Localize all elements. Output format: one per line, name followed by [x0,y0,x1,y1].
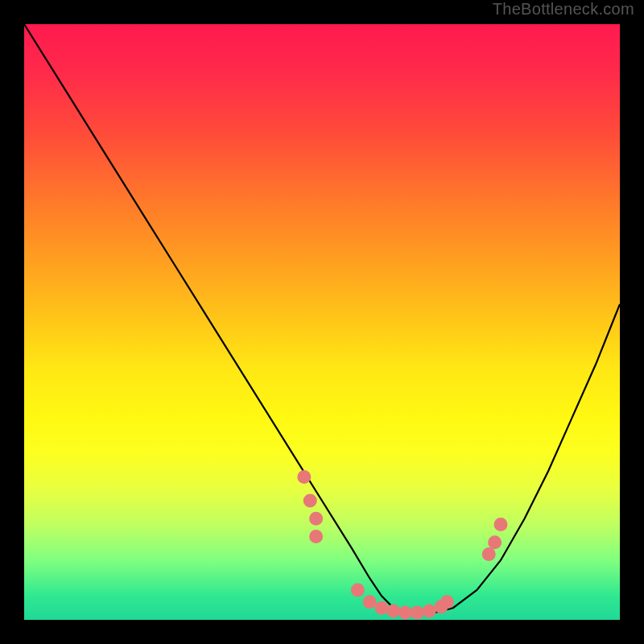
marker-point [309,512,323,526]
marker-point [440,595,454,609]
marker-point [494,518,508,531]
marker-point [309,530,323,543]
marker-point [386,604,400,617]
marker-point [398,606,412,620]
plot-area [24,24,620,620]
bottleneck-curve [24,24,620,614]
marker-point [297,470,311,484]
marker-point [482,547,496,561]
marker-point [351,584,365,597]
marker-point [423,604,436,617]
watermark-text: TheBottleneck.com [493,0,634,19]
marker-point [375,601,389,615]
marker-point [363,595,377,609]
chart-frame: TheBottleneck.com [0,0,644,644]
marker-point [411,606,424,620]
chart-svg [24,24,620,620]
highlight-points [297,470,507,620]
marker-point [303,494,317,508]
marker-point [488,535,502,549]
